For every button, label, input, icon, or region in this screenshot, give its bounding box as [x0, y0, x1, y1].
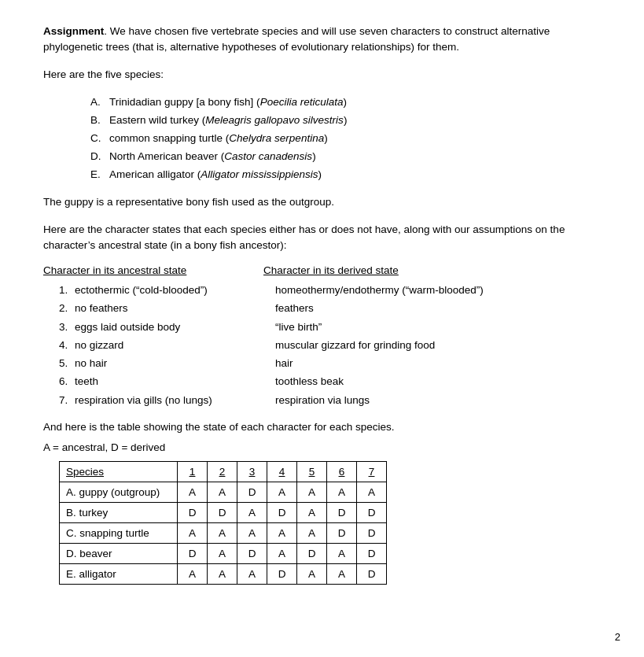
character-headers: Character in its ancestral state Charact…	[43, 264, 601, 276]
list-item: B. Eastern wild turkey (Meleagris gallop…	[90, 112, 601, 130]
character-section: Character in its ancestral state Charact…	[43, 264, 601, 408]
char-derived-7: respiration via lungs	[275, 393, 601, 408]
page-number: 2	[615, 631, 620, 643]
table-cell-species: C. snapping turtle	[60, 523, 178, 544]
table-cell-5-7: D	[357, 564, 387, 585]
table-cell-species: D. beaver	[60, 544, 178, 564]
table-cell-species: B. turkey	[60, 503, 178, 523]
table-cell-5-4: D	[267, 564, 297, 585]
table-cell-1-5: A	[297, 482, 327, 503]
char-num: 7.	[59, 393, 75, 408]
table-cell-3-7: D	[357, 523, 387, 544]
table-cell-2-3: A	[237, 503, 267, 523]
char-derived-5: hair	[275, 356, 601, 371]
table-cell-3-4: A	[267, 523, 297, 544]
table-cell-3-2: A	[208, 523, 237, 544]
assignment-rest: . We have chosen five vertebrate species…	[43, 25, 550, 53]
table-cell-5-3: A	[237, 564, 267, 585]
char-num: 6.	[59, 374, 75, 389]
header-ancestral: Character in its ancestral state	[43, 264, 263, 276]
species-letter-b: B.	[90, 112, 105, 130]
list-item: 4. no gizzard muscular gizzard for grind…	[59, 338, 601, 353]
col-header-5: 5	[297, 462, 327, 482]
list-item: E. American alligator (Alligator mississ…	[90, 166, 601, 184]
table-cell-4-5: D	[297, 544, 327, 564]
char-derived-3: “live birth”	[275, 319, 601, 335]
species-letter-a: A.	[90, 94, 105, 112]
col-header-1: 1	[178, 462, 208, 482]
table-row: A. guppy (outgroup)AADAAAA	[60, 482, 387, 503]
table-row: C. snapping turtleAAAAADD	[60, 523, 387, 544]
char-num: 4.	[59, 338, 75, 353]
list-item: 6. teeth toothless beak	[59, 374, 601, 389]
table-cell-4-6: A	[327, 544, 357, 564]
table-cell-1-6: A	[327, 482, 357, 503]
table-cell-3-1: A	[178, 523, 208, 544]
char-num: 3.	[59, 319, 75, 335]
char-derived-4: muscular gizzard for grinding food	[275, 338, 601, 353]
species-name-d: North American beaver (Castor canadensis…	[109, 148, 316, 166]
table-cell-2-5: A	[297, 503, 327, 523]
table-header-row: Species 1 2 3 4 5 6 7	[60, 462, 387, 482]
table-row: D. beaverDADADAD	[60, 544, 387, 564]
character-table: Species 1 2 3 4 5 6 7 A. guppy (outgroup…	[59, 461, 387, 585]
assignment-paragraph: Assignment. We have chosen five vertebra…	[43, 24, 601, 56]
char-ancestral-3: eggs laid outside body	[75, 319, 275, 335]
char-num: 2.	[59, 301, 75, 316]
species-letter-d: D.	[90, 148, 105, 166]
table-cell-2-7: D	[357, 503, 387, 523]
table-cell-4-4: A	[267, 544, 297, 564]
char-ancestral-2: no feathers	[75, 301, 275, 316]
char-ancestral-1: ectothermic (“cold-blooded”)	[75, 282, 275, 298]
char-num: 5.	[59, 356, 75, 371]
list-item: 1. ectothermic (“cold-blooded”) homeothe…	[59, 282, 601, 298]
char-derived-6: toothless beak	[275, 374, 601, 389]
table-row: E. alligatorAAADAAD	[60, 564, 387, 585]
list-item: 2. no feathers feathers	[59, 301, 601, 316]
table-intro: And here is the table showing the state …	[43, 419, 601, 435]
col-header-3: 3	[237, 462, 267, 482]
table-cell-5-1: A	[178, 564, 208, 585]
col-header-4: 4	[267, 462, 297, 482]
outgroup-paragraph: The guppy is a representative bony fish …	[43, 194, 601, 210]
char-ancestral-7: respiration via gills (no lungs)	[75, 393, 275, 408]
list-item: 3. eggs laid outside body “live birth”	[59, 319, 601, 335]
species-name-c: common snapping turtle (Chelydra serpent…	[109, 130, 328, 148]
table-cell-5-2: A	[208, 564, 237, 585]
list-item: C. common snapping turtle (Chelydra serp…	[90, 130, 601, 148]
species-name-b: Eastern wild turkey (Meleagris gallopavo…	[109, 112, 347, 130]
table-cell-3-6: D	[327, 523, 357, 544]
table-cell-1-1: A	[178, 482, 208, 503]
legend: A = ancestral, D = derived	[43, 441, 601, 453]
col-header-6: 6	[327, 462, 357, 482]
table-cell-1-2: A	[208, 482, 237, 503]
char-derived-2: feathers	[275, 301, 601, 316]
char-num: 1.	[59, 282, 75, 298]
table-cell-5-5: A	[297, 564, 327, 585]
table-cell-2-6: D	[327, 503, 357, 523]
species-list: A. Trinidadian guppy [a bony fish] (Poec…	[90, 94, 601, 184]
species-letter-e: E.	[90, 166, 105, 184]
page-content: Assignment. We have chosen five vertebra…	[0, 0, 644, 616]
table-row: B. turkeyDDADADD	[60, 503, 387, 523]
table-cell-5-6: A	[327, 564, 357, 585]
char-intro-paragraph: Here are the character states that each …	[43, 222, 601, 254]
char-ancestral-6: teeth	[75, 374, 275, 389]
char-derived-1: homeothermy/endothermy (“warm-blooded”)	[275, 282, 601, 298]
table-cell-3-3: A	[237, 523, 267, 544]
table-cell-1-3: D	[237, 482, 267, 503]
table-cell-4-3: D	[237, 544, 267, 564]
table-cell-4-7: D	[357, 544, 387, 564]
header-derived: Character in its derived state	[263, 264, 399, 276]
char-ancestral-5: no hair	[75, 356, 275, 371]
table-cell-2-2: D	[208, 503, 237, 523]
col-header-2: 2	[208, 462, 237, 482]
col-header-species: Species	[60, 462, 178, 482]
table-cell-2-1: D	[178, 503, 208, 523]
table-cell-2-4: D	[267, 503, 297, 523]
list-item: 7. respiration via gills (no lungs) resp…	[59, 393, 601, 408]
assignment-label: Assignment	[43, 25, 104, 37]
list-item: D. North American beaver (Castor canaden…	[90, 148, 601, 166]
table-cell-4-1: D	[178, 544, 208, 564]
list-item: 5. no hair hair	[59, 356, 601, 371]
